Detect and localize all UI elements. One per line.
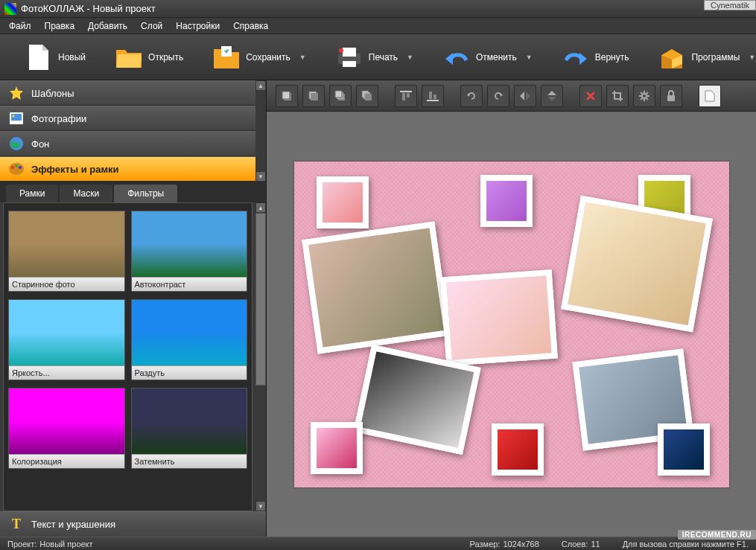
chevron-down-icon: ▼ [749,54,755,61]
programs-button[interactable]: Программы ▼ [648,39,756,75]
menu-edit[interactable]: Правка [39,19,81,33]
filter-thumb [132,388,247,454]
redo-label: Вернуть [595,52,629,63]
lock-button[interactable] [660,85,682,107]
sidebar-item-text[interactable]: T Текст и украшения [0,511,266,537]
filter-thumb [9,300,124,365]
collage-photo[interactable] [560,195,712,332]
canvas-viewport[interactable] [267,112,756,537]
palette-icon [9,162,24,176]
svg-point-11 [19,166,22,169]
photos-label: Фотографии [31,113,86,124]
tab-masks[interactable]: Маски [60,185,112,202]
rotate-right-button[interactable] [487,85,509,107]
filter-darken[interactable]: Затемнить [131,388,248,469]
effects-label: Эффекты и рамки [31,164,119,175]
svg-rect-22 [400,91,412,92]
nav-scrollbar[interactable]: ▲ ▼ [255,80,266,182]
scroll-down-icon[interactable]: ▼ [255,501,266,511]
filter-label: Яркость... [9,365,124,380]
app-icon [4,3,16,15]
print-button[interactable]: Печать ▼ [325,39,424,75]
bring-forward-button[interactable] [329,85,352,107]
sidebar-item-effects[interactable]: Эффекты и рамки [0,156,255,182]
print-label: Печать [369,52,398,63]
sidebar-item-background[interactable]: Фон [0,131,255,156]
flip-horizontal-button[interactable] [514,85,536,107]
flip-vertical-button[interactable] [541,85,563,107]
statusbar: Проект: Новый проект Размер: 1024x768 Сл… [0,537,756,550]
svg-rect-1 [343,48,356,57]
effect-tabs: Рамки Маски Фильтры [0,182,266,202]
sidebar-item-templates[interactable]: Шаблоны [0,80,255,106]
collage-photo[interactable] [658,423,710,476]
scroll-down-icon[interactable]: ▼ [255,171,266,182]
filter-inflate[interactable]: Раздуть [131,299,248,380]
scroll-up-icon[interactable]: ▲ [255,202,266,213]
crop-button[interactable] [606,85,629,107]
delete-button[interactable] [579,85,602,107]
menu-add[interactable]: Добавить [82,19,133,33]
bring-front-button[interactable] [276,85,298,107]
filter-sepia[interactable]: Старинное фото [8,211,125,292]
status-help: Для вызова справки нажмите F1. [623,540,749,549]
svg-rect-18 [335,91,342,97]
tab-frames[interactable]: Рамки [6,185,58,202]
rotate-left-button[interactable] [460,85,483,107]
svg-rect-26 [429,92,432,99]
new-button[interactable]: Новый [15,39,96,75]
undo-label: Отменить [476,52,517,63]
redo-button[interactable]: Вернуть [552,39,640,75]
titlebar: ФотоКОЛЛАЖ - Новый проект [0,0,756,18]
collage-photo[interactable] [480,175,533,227]
svg-rect-29 [667,95,675,101]
align-top-button[interactable] [395,85,417,107]
filter-autocontrast[interactable]: Автоконтраст [131,211,248,292]
box-icon [658,44,685,71]
svg-point-9 [11,166,14,169]
canvas-area [267,80,756,537]
chevron-down-icon: ▼ [299,54,306,61]
filter-label: Затемнить [132,454,247,468]
tab-filters[interactable]: Фильтры [114,185,177,202]
open-folder-icon [115,44,142,71]
menu-layer[interactable]: Слой [135,19,168,33]
settings-button[interactable] [633,85,655,107]
svg-rect-2 [343,61,356,67]
undo-button[interactable]: Отменить ▼ [433,39,543,75]
watermark-top: Cynematik [704,0,756,10]
new-page-button[interactable] [699,85,721,107]
save-label: Сохранить [246,52,290,63]
scroll-up-icon[interactable]: ▲ [255,80,266,91]
filter-colorize[interactable]: Колоризация [8,388,125,469]
save-button[interactable]: Сохранить ▼ [203,39,317,75]
svg-rect-23 [402,93,405,100]
filter-scrollbar[interactable]: ▲ ▼ [255,202,266,511]
filter-thumb [132,211,247,277]
svg-point-6 [13,115,15,118]
chevron-down-icon: ▼ [526,54,533,61]
collage-photo[interactable] [492,423,544,476]
undo-icon [443,44,470,71]
menu-file[interactable]: Файл [3,19,37,33]
status-size: Размер: 1024x768 [470,540,539,549]
svg-rect-25 [427,100,439,101]
collage-photo[interactable] [439,269,557,365]
sidebar-item-photos[interactable]: Фотографии [0,106,255,131]
sidebar: Шаблоны Фотографии Фон Эффекты и рамки ▲ [0,80,267,537]
collage-canvas[interactable] [293,161,730,488]
send-back-button[interactable] [302,85,325,107]
send-backward-button[interactable] [356,85,378,107]
status-project: Проект: Новый проект [7,540,93,549]
collage-photo[interactable] [311,422,363,474]
svg-point-28 [642,94,647,98]
menu-help[interactable]: Справка [227,19,274,33]
align-bottom-button[interactable] [422,85,444,107]
collage-photo[interactable] [317,176,369,228]
print-icon [336,44,363,71]
menu-settings[interactable]: Настройки [170,19,226,33]
open-button[interactable]: Открыть [105,39,194,75]
filter-brightness[interactable]: Яркость... [8,299,125,380]
background-label: Фон [31,138,49,150]
collage-photo[interactable] [302,221,451,354]
